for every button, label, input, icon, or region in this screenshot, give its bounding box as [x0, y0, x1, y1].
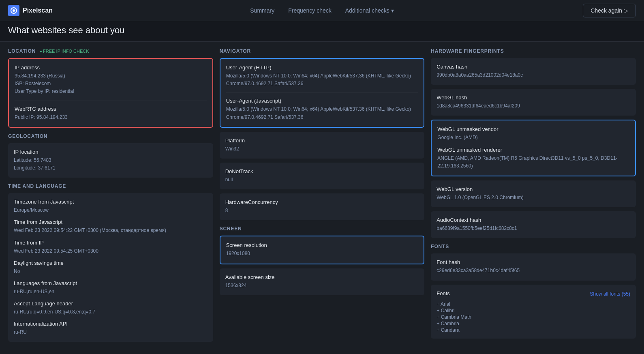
left-column: Location FREE IP INFO CHECK IP address 9… [8, 48, 213, 348]
font-hash-card: Font hash c29ed6e33ca3a58de471b0c4daf45f… [431, 253, 636, 280]
fonts-title: Fonts [431, 244, 636, 249]
fonts-section: Fonts Font hash c29ed6e33ca3a58de471b0c4… [431, 244, 636, 338]
time-from-javascript-field: Time from Javascript Wed Feb 23 2022 09:… [14, 219, 208, 234]
fonts-list: + Arial + Calibri + Cambria Math + Cambr… [436, 301, 630, 333]
webgl-unmasked-card: WebGL unmasked vendor Google Inc. (AMD) … [431, 120, 636, 176]
intl-api-field: Internationalization API ru-RU [14, 321, 208, 336]
geolocation-section: Geolocation IP location Latitude: 55.748… [8, 133, 213, 178]
time-language-section: Time and language Timezone from Javascri… [8, 183, 213, 342]
font-item-arial: + Arial [436, 301, 630, 307]
time-language-title: Time and language [8, 183, 213, 189]
platform-field: Platform Win32 [225, 137, 419, 153]
nav-item-2[interactable]: Additional checks ▾ [340, 5, 400, 16]
user-agent-js-field: User-Agent (Javascript) Mozilla/5.0 (Win… [226, 98, 418, 121]
font-item-cambria: + Cambria [436, 321, 630, 326]
hardware-concurrency-field: HardwareConcurrency 8 [225, 199, 419, 215]
nav-item-0[interactable]: Summary [244, 5, 280, 16]
hardware-fingerprints-section: Hardware fingerprints Canvas hash 990db0… [431, 48, 636, 238]
nav-links: SummaryFrequency checkAdditional checks … [244, 5, 399, 16]
fonts-list-header: Fonts Show all fonts (55) [436, 290, 630, 298]
webgl-version-card: WebGL version WebGL 1.0 (OpenGL ES 2.0 C… [431, 180, 636, 207]
logo-icon [8, 5, 19, 16]
webgl-renderer-field: WebGL unmasked renderer ANGLE (AMD, AMD … [437, 147, 629, 170]
timezone-field: Timezone from Javascript Europe/Moscow [14, 199, 208, 214]
webgl-hash-card: WebGL hash 1d8a8ca496331df64eaed6c1b94af… [431, 89, 636, 116]
ip-location-field: IP location Latitude: 55.7483 Longitude:… [14, 149, 208, 172]
canvas-hash-field: Canvas hash 990db0a8a0aa265a3d21002d04e1… [436, 64, 630, 79]
topnav: Pixelscan SummaryFrequency checkAddition… [0, 0, 644, 21]
page-title-bar: What websites see about you [0, 21, 644, 42]
chevron-down-icon: ▾ [391, 7, 394, 14]
platform-card: Platform Win32 [220, 132, 425, 159]
svg-point-1 [13, 9, 15, 12]
ip-address-card: IP address 95.84.194.233 (Russia) ISP: R… [8, 58, 213, 128]
fonts-list-card: Fonts Show all fonts (55) + Arial + Cali… [431, 285, 636, 339]
time-language-card: Timezone from Javascript Europe/Moscow T… [8, 193, 213, 342]
font-item-candara: + Candara [436, 327, 630, 333]
user-agent-card: User-Agent (HTTP) Mozilla/5.0 (Windows N… [220, 58, 425, 128]
geolocation-card: IP location Latitude: 55.7483 Longitude:… [8, 143, 213, 178]
geolocation-title: Geolocation [8, 133, 213, 139]
webgl-vendor-field: WebGL unmasked vendor Google Inc. (AMD) [437, 126, 629, 142]
screen-title: Screen [220, 226, 425, 232]
middle-column: Navigator User-Agent (HTTP) Mozilla/5.0 … [220, 48, 425, 348]
page-title: What websites see about you [8, 25, 636, 36]
accept-language-field: Accept-Language header ru-RU,ru;q=0.9,en… [14, 300, 208, 316]
navigator-title: Navigator [220, 48, 425, 54]
available-screen-size-field: Available screen size 1536x824 [225, 274, 419, 290]
audio-context-field: AudioContext hash ba6689f9a1550fb5eef25d… [436, 217, 630, 232]
location-title: Location FREE IP INFO CHECK [8, 48, 213, 54]
font-item-calibri: + Calibri [436, 308, 630, 313]
donottrack-field: DoNotTrack null [225, 168, 419, 184]
screen-resolution-card: Screen resolution 1920x1080 [220, 236, 425, 264]
audio-context-card: AudioContext hash ba6689f9a1550fb5eef25d… [431, 211, 636, 238]
donottrack-card: DoNotTrack null [220, 163, 425, 189]
hardware-concurrency-card: HardwareConcurrency 8 [220, 193, 425, 220]
screen-resolution-field: Screen resolution 1920x1080 [226, 242, 418, 257]
right-column: Hardware fingerprints Canvas hash 990db0… [431, 48, 636, 348]
font-hash-field: Font hash c29ed6e33ca3a58de471b0c4daf45f… [436, 259, 630, 275]
webgl-version-field: WebGL version WebGL 1.0 (OpenGL ES 2.0 C… [436, 186, 630, 202]
hardware-fingerprints-title: Hardware fingerprints [431, 48, 636, 54]
daylight-savings-field: Daylight savings time No [14, 260, 208, 275]
available-screen-size-card: Available screen size 1536x824 [220, 268, 425, 295]
navigator-section: Navigator User-Agent (HTTP) Mozilla/5.0 … [220, 48, 425, 220]
screen-section: Screen Screen resolution 1920x1080 Avail… [220, 226, 425, 295]
check-again-button[interactable]: Check again ▷ [583, 4, 636, 17]
webgl-hash-field: WebGL hash 1d8a8ca496331df64eaed6c1b94af… [436, 94, 630, 110]
user-agent-http-field: User-Agent (HTTP) Mozilla/5.0 (Windows N… [226, 64, 418, 88]
ip-address-field: IP address 95.84.194.233 (Russia) ISP: R… [15, 64, 207, 96]
canvas-hash-card: Canvas hash 990db0a8a0aa265a3d21002d04e1… [431, 58, 636, 85]
webrtc-address-field: WebRTC address Public IP: 95.84.194.233 [15, 106, 207, 121]
time-from-ip-field: Time from IP Wed Feb 23 2022 09:54:25 GM… [14, 240, 208, 255]
nav-item-1[interactable]: Frequency check [282, 5, 337, 16]
languages-js-field: Languages from Javascript ru-RU,ru,en-US… [14, 280, 208, 296]
logo-text: Pixelscan [23, 7, 53, 14]
show-all-fonts-link[interactable]: Show all fonts (55) [590, 291, 630, 297]
location-section: Location FREE IP INFO CHECK IP address 9… [8, 48, 213, 128]
font-item-cambria-math: + Cambria Math [436, 314, 630, 320]
free-ip-check-link[interactable]: FREE IP INFO CHECK [40, 49, 89, 54]
main-content: Location FREE IP INFO CHECK IP address 9… [0, 42, 644, 354]
logo[interactable]: Pixelscan [8, 5, 53, 16]
